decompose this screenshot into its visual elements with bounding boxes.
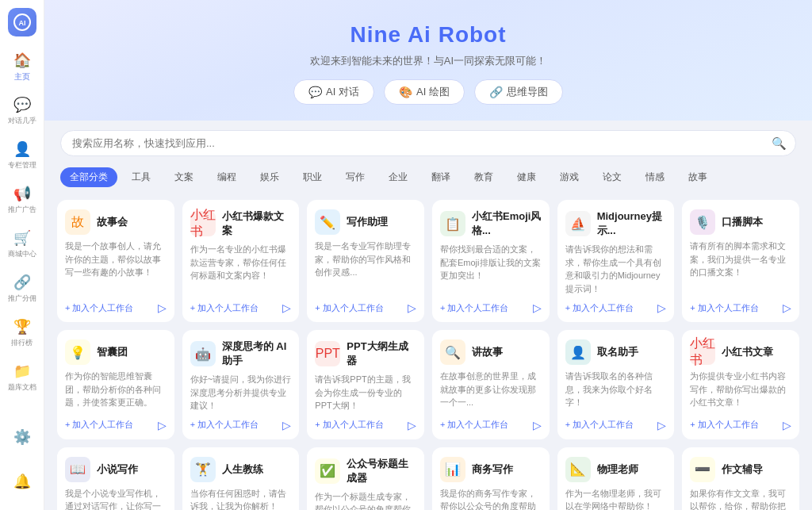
- cat-tab-copywriting[interactable]: 文案: [165, 167, 203, 187]
- card-title: 小红书Emoji风格...: [472, 209, 542, 238]
- card-desc: 作为你的智能思维智囊团，帮助分析你的各种问题，并使答案更正确。: [65, 370, 167, 412]
- card-footer: + 加入个人工作台 ▷: [690, 419, 791, 431]
- cat-tab-career[interactable]: 职业: [293, 167, 331, 187]
- chat-icon: 💬: [13, 96, 31, 113]
- card-header: ⛵ Midjourney提示...: [565, 209, 667, 238]
- card-desc: 作为一名物理老师，我可以在学网络中帮助你！: [565, 487, 667, 511]
- app-subtitle: 欢迎来到智能未来的世界！与AI一同探索无限可能！: [60, 54, 796, 68]
- card-title: 故事会: [97, 215, 128, 229]
- card-item[interactable]: PPT PPT大纲生成器 请告诉我PPT的主题，我会为你生成一份专业的PPT大纲…: [307, 330, 424, 439]
- card-header: 💡 智囊团: [65, 339, 167, 365]
- search-icon[interactable]: 🔍: [772, 136, 787, 151]
- card-item[interactable]: 👤 取名助手 请告诉我取名的各种信息，我来为你取个好名字！ + 加入个人工作台 …: [557, 330, 675, 439]
- search-bar: 🔍: [44, 121, 812, 161]
- card-add-btn[interactable]: + 加入个人工作台: [65, 302, 133, 314]
- card-add-btn[interactable]: + 加入个人工作台: [65, 419, 133, 431]
- search-input[interactable]: [60, 130, 796, 156]
- card-desc: 为你提供专业小红书内容写作，帮助你写出爆款的小红书文章！: [690, 370, 791, 412]
- cat-tab-paper[interactable]: 论文: [593, 167, 631, 187]
- sidebar-item-chat[interactable]: 💬 对话几乎: [3, 90, 41, 132]
- card-title: 商务写作: [472, 462, 513, 477]
- profile-icon: 👤: [13, 140, 31, 158]
- card-add-btn[interactable]: + 加入个人工作台: [190, 302, 259, 314]
- card-icon: 🏋️: [190, 457, 216, 482]
- card-desc: 你好~请提问，我为你进行深度思考分析并提供专业建议！: [190, 373, 292, 412]
- cat-tab-coding[interactable]: 编程: [208, 167, 246, 187]
- card-item[interactable]: 📐 物理老师 作为一名物理老师，我可以在学网络中帮助你！ + 加入个人工作台 ▷: [557, 447, 675, 511]
- main-content: Nine Ai Robot 欢迎来到智能未来的世界！与AI一同探索无限可能！ 💬…: [44, 0, 812, 510]
- card-item[interactable]: 📋 小红书Emoji风格... 帮你找到最合适的文案，配套Emoji排版让我的文…: [432, 200, 550, 322]
- ai-draw-button[interactable]: 🎨 AI 绘图: [384, 79, 465, 105]
- card-header: ✅ 公众号标题生成器: [315, 457, 416, 485]
- cat-tab-translate[interactable]: 翻译: [422, 167, 460, 187]
- ads-icon: 📢: [13, 185, 31, 202]
- card-title: 小说写作: [97, 462, 138, 477]
- card-title: 智囊团: [97, 345, 128, 359]
- sidebar-item-rank[interactable]: 🏆 排行榜: [3, 313, 41, 354]
- ai-chat-button[interactable]: 💬 AI 对话: [293, 79, 374, 105]
- card-item[interactable]: ⛵ Midjourney提示... 请告诉我你的想法和需求，帮你生成一个具有创意…: [557, 200, 675, 322]
- card-add-btn[interactable]: + 加入个人工作台: [315, 302, 383, 314]
- mindmap-button[interactable]: 🔗 思维导图: [474, 79, 563, 105]
- card-item[interactable]: 故 故事会 我是一个故事创人，请允许你的主题，帮你以故事写一些有趣的小故事！ +…: [57, 200, 174, 322]
- sidebar-item-home[interactable]: 🏠 主页: [3, 46, 41, 87]
- sidebar-item-profile[interactable]: 👤 专栏管理: [3, 135, 41, 176]
- card-item[interactable]: 🔍 讲故事 在故事创意的世界里，成就故事的更多让你发现那一个一... + 加入个…: [432, 330, 550, 439]
- mindmap-btn-icon: 🔗: [489, 86, 503, 98]
- card-item[interactable]: 小红书 小红书文章 为你提供专业小红书内容写作，帮助你写出爆款的小红书文章！ +…: [682, 330, 799, 439]
- category-tabs: 全部分类 工具 文案 编程 娱乐 职业 写作 企业 翻译 教育 健康 游戏 论文…: [44, 161, 812, 192]
- cards-area: 故 故事会 我是一个故事创人，请允许你的主题，帮你以故事写一些有趣的小故事！ +…: [44, 192, 812, 510]
- card-arrow-icon: ▷: [408, 301, 416, 314]
- card-add-btn[interactable]: + 加入个人工作台: [190, 419, 259, 431]
- cat-tab-tools[interactable]: 工具: [122, 167, 160, 187]
- cat-tab-education[interactable]: 教育: [465, 167, 503, 187]
- card-add-btn[interactable]: + 加入个人工作台: [440, 419, 508, 431]
- card-add-btn[interactable]: + 加入个人工作台: [440, 302, 508, 314]
- card-item[interactable]: ✏️ 写作助理 我是一名专业写作助理专家，帮助你的写作风格和创作灵感... + …: [307, 200, 424, 322]
- cat-tab-entertainment[interactable]: 娱乐: [251, 167, 289, 187]
- card-arrow-icon: ▷: [282, 301, 291, 314]
- card-title: 作文辅导: [722, 462, 763, 477]
- card-add-btn[interactable]: + 加入个人工作台: [315, 419, 383, 431]
- sidebar-item-chat-label: 对话几乎: [8, 116, 36, 126]
- header: Nine Ai Robot 欢迎来到智能未来的世界！与AI一同探索无限可能！ 💬…: [44, 0, 812, 121]
- card-icon: PPT: [315, 341, 340, 366]
- card-item[interactable]: 🤖 深度思考的 AI 助手 你好~请提问，我为你进行深度思考分析并提供专业建议！…: [182, 330, 300, 439]
- card-desc: 我是个小说专业写作机，通过对话写作，让你写一个精彩的小说！: [65, 487, 167, 511]
- cat-tab-writing[interactable]: 写作: [336, 167, 374, 187]
- card-item[interactable]: 🎙️ 口播脚本 请有所有的脚本需求和文案，我们为提供一名专业的口播文案！ + 加…: [682, 200, 799, 322]
- sidebar-item-docs[interactable]: 📁 题库文档: [3, 357, 41, 398]
- sidebar-item-share[interactable]: 🔗 推广分佣: [3, 268, 41, 309]
- card-add-btn[interactable]: + 加入个人工作台: [565, 302, 634, 314]
- card-icon: 🔍: [440, 339, 465, 365]
- sidebar-item-ads[interactable]: 📢 推广广告: [3, 179, 41, 220]
- card-title: 物理老师: [597, 462, 638, 477]
- cat-tab-story[interactable]: 故事: [679, 167, 717, 187]
- card-title: 写作助理: [347, 215, 388, 229]
- card-title: 小红书文章: [722, 345, 773, 359]
- card-item[interactable]: ✅ 公众号标题生成器 作为一个标题生成专家，帮你以公众号的角度帮你专业写出标题！…: [307, 447, 424, 511]
- cat-tab-health[interactable]: 健康: [508, 167, 546, 187]
- card-title: 口播脚本: [722, 215, 763, 229]
- card-add-btn[interactable]: + 加入个人工作台: [690, 419, 758, 431]
- cat-tab-enterprise[interactable]: 企业: [379, 167, 417, 187]
- cat-tab-all[interactable]: 全部分类: [60, 167, 117, 187]
- card-item[interactable]: 📖 小说写作 我是个小说专业写作机，通过对话写作，让你写一个精彩的小说！ + 加…: [57, 447, 174, 511]
- cat-tab-emotion[interactable]: 情感: [636, 167, 674, 187]
- sidebar-item-settings[interactable]: ⚙️: [3, 416, 41, 458]
- card-icon: 小红书: [190, 211, 216, 236]
- rank-icon: 🏆: [13, 318, 31, 336]
- card-item[interactable]: 🏋️ 人生教练 当你有任何困惑时，请告诉我，让我为你解析！ + 加入个人工作台 …: [182, 447, 300, 511]
- card-add-btn[interactable]: + 加入个人工作台: [690, 302, 758, 314]
- card-desc: 我是一个故事创人，请允许你的主题，帮你以故事写一些有趣的小故事！: [65, 240, 167, 295]
- card-footer: + 加入个人工作台 ▷: [440, 419, 542, 431]
- card-item[interactable]: 小红书 小红书爆款文案 作为一名专业的小红书爆款运营专家，帮你任何任何标题和文案…: [182, 200, 300, 322]
- card-item[interactable]: 📊 商务写作 我是你的商务写作专家，帮你以公众号的角度帮助你专业写出商务文稿！ …: [432, 447, 550, 511]
- card-add-btn[interactable]: + 加入个人工作台: [565, 419, 634, 431]
- card-item[interactable]: ➖ 作文辅导 如果你有作文文章，我可以帮你，给你，帮助你把你的文章改得更好！ +…: [682, 447, 799, 511]
- sidebar-item-notify[interactable]: 🔔: [3, 461, 41, 502]
- card-header: 📐 物理老师: [565, 457, 667, 482]
- cat-tab-game[interactable]: 游戏: [550, 167, 588, 187]
- sidebar-item-shop[interactable]: 🛒 商城中心: [3, 224, 41, 265]
- card-item[interactable]: 💡 智囊团 作为你的智能思维智囊团，帮助分析你的各种问题，并使答案更正确。 + …: [57, 330, 174, 439]
